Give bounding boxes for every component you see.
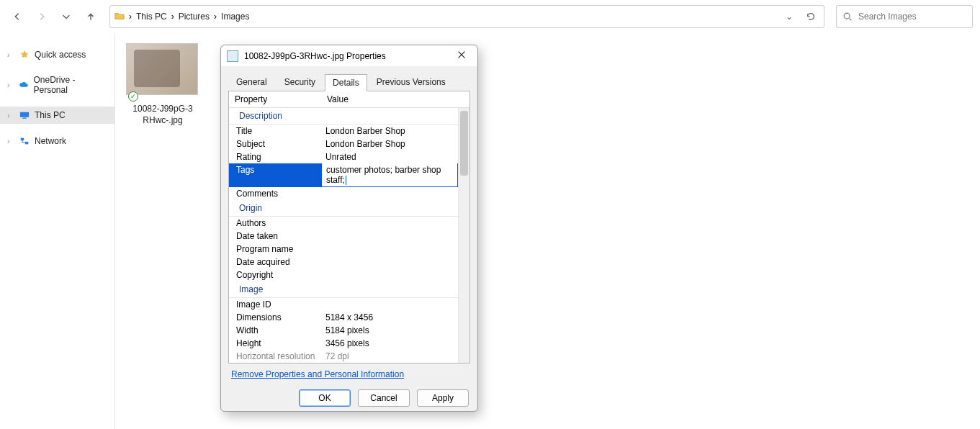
tab-security[interactable]: Security <box>277 73 323 91</box>
cloud-icon <box>18 79 29 91</box>
chevron-down-icon[interactable]: ⌄ <box>781 12 798 22</box>
breadcrumb-images[interactable]: Images <box>221 12 249 22</box>
close-button[interactable] <box>451 50 472 62</box>
chevron-down-icon <box>61 12 71 22</box>
svg-point-0 <box>844 13 850 19</box>
cancel-button[interactable]: Cancel <box>358 389 410 407</box>
row-program-name[interactable]: Program name <box>229 243 458 256</box>
search-icon <box>842 12 853 22</box>
refresh-button[interactable] <box>802 12 819 22</box>
tree-this-pc[interactable]: › This PC <box>0 107 114 124</box>
details-grid: Property Value Description TitleLondon B… <box>228 91 470 363</box>
row-horizontal-resolution[interactable]: Horizontal resolution72 dpi <box>229 350 458 363</box>
ok-button[interactable]: OK <box>299 389 351 407</box>
monitor-icon <box>19 109 30 121</box>
tags-input[interactable]: customer photos; barber shop staff; <box>321 163 458 187</box>
arrow-up-icon <box>86 12 96 22</box>
breadcrumb-pictures[interactable]: Pictures <box>179 12 210 22</box>
section-origin: Origin <box>229 200 458 217</box>
dialog-buttons: OK Cancel Apply <box>221 385 477 415</box>
breadcrumb-this-pc[interactable]: This PC <box>136 12 167 22</box>
grid-header: Property Value <box>229 91 469 108</box>
svg-rect-4 <box>25 142 28 145</box>
chevron-right-icon: › <box>171 12 174 22</box>
row-width[interactable]: Width5184 pixels <box>229 324 458 337</box>
tree-label: OneDrive - Personal <box>34 75 107 95</box>
svg-rect-3 <box>21 138 24 141</box>
properties-dialog: 10082-J99pG-3RHwc-.jpg Properties Genera… <box>220 45 478 412</box>
close-icon <box>457 50 467 60</box>
row-image-id[interactable]: Image ID <box>229 298 458 311</box>
recent-locations-button[interactable] <box>56 6 76 27</box>
search-input[interactable]: Search Images <box>836 5 973 28</box>
tab-general[interactable]: General <box>228 73 275 91</box>
chevron-right-icon: › <box>129 12 132 22</box>
section-image: Image <box>229 281 458 298</box>
file-pane: ✓ 10082-J99pG-3RHwc-.jpg <box>126 43 199 126</box>
tree-onedrive[interactable]: › OneDrive - Personal <box>0 72 114 98</box>
row-comments[interactable]: Comments <box>229 187 458 200</box>
tree-network[interactable]: › Network <box>0 132 114 150</box>
section-description: Description <box>229 108 458 125</box>
nav-tree: › Quick access › OneDrive - Personal › T… <box>0 33 115 429</box>
tab-details[interactable]: Details <box>325 74 367 91</box>
chevron-right-icon: › <box>7 51 14 59</box>
header-property[interactable]: Property <box>229 91 321 107</box>
apply-button[interactable]: Apply <box>417 389 469 407</box>
row-date-acquired[interactable]: Date acquired <box>229 256 458 268</box>
address-toolbar: › This PC › Pictures › Images ⌄ Search I… <box>0 0 980 33</box>
address-bar[interactable]: › This PC › Pictures › Images ⌄ <box>109 5 824 28</box>
file-item[interactable]: ✓ 10082-J99pG-3RHwc-.jpg <box>126 43 199 126</box>
dialog-titlebar[interactable]: 10082-J99pG-3RHwc-.jpg Properties <box>221 45 477 66</box>
remove-properties-link[interactable]: Remove Properties and Personal Informati… <box>231 369 404 379</box>
text-caret <box>346 176 346 185</box>
dialog-title: 10082-J99pG-3RHwc-.jpg Properties <box>244 51 446 61</box>
up-button[interactable] <box>81 6 101 27</box>
header-value[interactable]: Value <box>321 91 469 107</box>
tree-quick-access[interactable]: › Quick access <box>0 46 114 63</box>
scrollbar-thumb[interactable] <box>460 111 468 176</box>
row-authors[interactable]: Authors <box>229 217 458 230</box>
star-icon <box>19 49 30 60</box>
row-copyright[interactable]: Copyright <box>229 268 458 281</box>
row-tags[interactable]: Tags customer photos; barber shop staff; <box>229 163 458 187</box>
folder-icon <box>114 11 125 23</box>
svg-rect-1 <box>20 112 29 117</box>
refresh-icon <box>806 12 816 22</box>
search-placeholder: Search Images <box>858 12 917 22</box>
row-date-taken[interactable]: Date taken <box>229 230 458 243</box>
network-icon <box>19 135 30 147</box>
arrow-left-icon <box>12 12 22 22</box>
row-dimensions[interactable]: Dimensions5184 x 3456 <box>229 311 458 324</box>
row-height[interactable]: Height3456 pixels <box>229 337 458 350</box>
row-rating[interactable]: RatingUnrated <box>229 150 458 163</box>
chevron-right-icon: › <box>214 12 217 22</box>
arrow-right-icon <box>37 12 47 22</box>
scrollbar[interactable] <box>458 108 469 363</box>
image-file-icon <box>227 50 238 62</box>
forward-button[interactable] <box>32 6 52 27</box>
svg-rect-2 <box>22 118 26 119</box>
chevron-right-icon: › <box>7 137 14 145</box>
row-subject[interactable]: SubjectLondon Barber Shop <box>229 137 458 150</box>
chevron-right-icon: › <box>7 112 14 119</box>
tree-label: Quick access <box>35 50 86 60</box>
tab-strip: General Security Details Previous Versio… <box>221 66 477 91</box>
image-thumbnail: ✓ <box>126 43 198 95</box>
chevron-right-icon: › <box>7 81 14 89</box>
back-button[interactable] <box>7 6 27 27</box>
tree-label: Network <box>35 136 66 146</box>
synced-icon: ✓ <box>128 91 138 101</box>
tab-previous-versions[interactable]: Previous Versions <box>369 73 454 91</box>
file-name: 10082-J99pG-3RHwc-.jpg <box>126 104 199 126</box>
row-title[interactable]: TitleLondon Barber Shop <box>229 125 458 137</box>
tree-label: This PC <box>35 110 66 120</box>
